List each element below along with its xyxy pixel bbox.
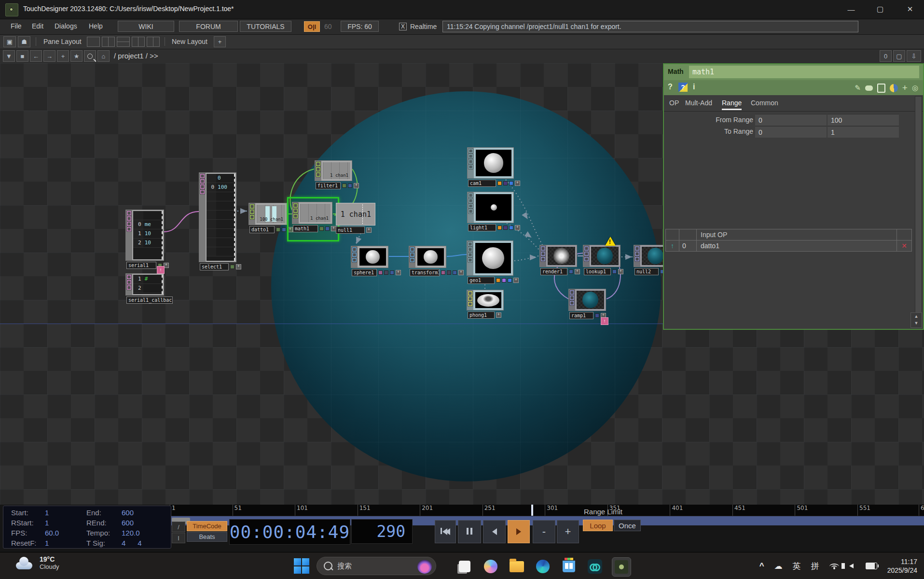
timeline-setting-value[interactable]: 600 xyxy=(122,518,134,528)
from-range-min-field[interactable]: 0 xyxy=(755,114,827,126)
bullseye-icon[interactable]: ◎ xyxy=(912,84,918,92)
bookmark-icon[interactable]: ▣ xyxy=(3,36,16,47)
timeline-setting-value[interactable]: 1 xyxy=(45,508,49,518)
edge-browser-button[interactable] xyxy=(534,557,552,576)
python-help-icon[interactable]: ? xyxy=(678,83,688,92)
to-range-min-field[interactable]: 0 xyxy=(755,126,827,138)
scroll-up-icon[interactable]: ▲ xyxy=(911,313,922,320)
node-flag[interactable] xyxy=(503,181,508,185)
forum-button[interactable]: FORUM xyxy=(179,21,238,32)
move-up-icon[interactable]: ↑ xyxy=(666,240,679,251)
wiki-button[interactable]: WIKI xyxy=(118,21,174,32)
wifi-icon[interactable] xyxy=(829,563,839,569)
node-filter1[interactable]: 1 chan1 xyxy=(315,160,352,181)
node-label-ramp1[interactable]: ramp1 xyxy=(569,312,593,319)
add-layout-button[interactable]: + xyxy=(214,36,226,47)
node-label-filter1[interactable]: filter1 xyxy=(316,182,341,189)
jump-to-start-button[interactable] xyxy=(435,520,456,543)
node-viewer-flag[interactable]: + xyxy=(366,227,372,233)
node-viewer-flag[interactable]: + xyxy=(354,183,359,188)
node-flag[interactable] xyxy=(441,270,445,275)
anchor-icon[interactable]: ☗ xyxy=(18,36,30,47)
node-flag[interactable] xyxy=(282,227,286,232)
delete-input-icon[interactable]: ✕ xyxy=(897,240,911,251)
info-icon[interactable]: i xyxy=(693,83,695,91)
maximize-button[interactable]: ▢ xyxy=(866,0,894,18)
ime-pinyin-indicator[interactable]: 拼 xyxy=(811,561,819,572)
node-select1[interactable]: 00100 xyxy=(199,172,236,262)
search-ops-button[interactable] xyxy=(84,50,96,62)
op-name-field[interactable]: math1 xyxy=(689,66,919,78)
node-flag[interactable] xyxy=(612,269,617,274)
node-flag[interactable] xyxy=(509,181,513,185)
node-viewer-flag[interactable]: + xyxy=(515,181,520,186)
timeline-setting-value[interactable]: 4 4 xyxy=(122,538,142,548)
node-geo1[interactable] xyxy=(467,240,513,276)
node-label-math1[interactable]: math1 xyxy=(293,225,318,232)
onedrive-icon[interactable]: ☁ xyxy=(774,561,783,571)
volume-icon[interactable] xyxy=(849,564,854,568)
add-parameter-icon[interactable]: + xyxy=(902,83,908,93)
battery-icon[interactable] xyxy=(866,563,877,569)
node-label-render1[interactable]: render1 xyxy=(540,268,567,275)
node-viewer-flag[interactable]: + xyxy=(618,269,623,274)
layout-grid-button[interactable] xyxy=(147,37,160,47)
pause-button[interactable] xyxy=(458,520,481,543)
timeline-setting-value[interactable]: 1 xyxy=(45,538,49,548)
node-light1[interactable] xyxy=(467,192,514,223)
node-viewer-flag[interactable]: + xyxy=(496,312,501,318)
node-flag[interactable] xyxy=(319,226,324,231)
layout-single-button[interactable] xyxy=(87,37,100,47)
step-forward-button[interactable]: + xyxy=(557,520,579,543)
home-button[interactable]: ⌂ xyxy=(97,50,110,62)
node-label-null2[interactable]: null2 xyxy=(634,268,659,275)
midi-oi-indicator[interactable]: O|I xyxy=(304,21,320,32)
node-flag[interactable] xyxy=(508,278,512,282)
menu-edit[interactable]: Edit xyxy=(32,22,43,30)
close-button[interactable]: ✕ xyxy=(896,0,924,18)
node-label-serial1[interactable]: serial1 xyxy=(126,262,156,269)
maximize-pane-button[interactable]: ▢ xyxy=(893,50,905,62)
timeline-setting-value[interactable]: 1 xyxy=(45,518,49,528)
node-flag[interactable] xyxy=(453,270,457,275)
node-label-serial1_callbacks[interactable]: serial1_callbacks xyxy=(126,297,173,304)
node-viewer-flag[interactable]: + xyxy=(513,278,519,283)
node-label-cam1[interactable]: cam1 xyxy=(468,180,496,187)
input-op-name[interactable]: datto1 xyxy=(697,240,897,251)
to-range-max-field[interactable]: 1 xyxy=(827,126,899,138)
play-forward-button[interactable] xyxy=(508,520,530,543)
node-flag[interactable] xyxy=(390,270,394,275)
timecode-mode-button[interactable]: TimeCode xyxy=(187,521,227,531)
copy-parameters-icon[interactable] xyxy=(877,84,885,93)
node-transform1[interactable] xyxy=(409,246,446,268)
loop-button[interactable]: Loop xyxy=(583,520,613,531)
slash-mode-button[interactable]: / xyxy=(172,522,185,532)
node-math1[interactable]: 1 chan1 xyxy=(292,202,332,224)
pane-menu-button[interactable]: ▼ xyxy=(3,50,15,62)
playhead[interactable] xyxy=(531,505,533,516)
tab-common[interactable]: Common xyxy=(751,99,778,107)
menu-file[interactable]: File xyxy=(11,22,22,30)
taskbar-search-box[interactable]: 搜索 xyxy=(317,557,436,575)
node-serial1_callbacks[interactable]: 1#2 xyxy=(125,273,164,296)
comment-icon[interactable] xyxy=(865,85,873,91)
once-button[interactable]: Once xyxy=(614,520,641,531)
add-op-button[interactable]: + xyxy=(57,50,69,62)
node-flag[interactable] xyxy=(503,226,508,230)
node-viewer-flag[interactable]: + xyxy=(236,264,241,269)
copilot-button[interactable] xyxy=(482,557,500,576)
python-mode-icon[interactable] xyxy=(890,84,898,92)
node-flag[interactable] xyxy=(342,184,346,188)
timeline-setting-value[interactable]: 600 xyxy=(122,508,134,518)
node-label-select1[interactable]: select1 xyxy=(200,263,229,270)
node-label-geo1[interactable]: geo1 xyxy=(468,277,495,284)
input-op-row[interactable]: ↑ 0 datto1 ✕ xyxy=(666,240,911,251)
tray-chevron-icon[interactable]: ^ xyxy=(759,561,764,571)
tab-op[interactable]: OP xyxy=(669,99,679,107)
minimize-button[interactable]: — xyxy=(837,0,865,18)
node-label-sphere1[interactable]: sphere1 xyxy=(352,269,377,276)
timeline-ruler[interactable]: 151101151201251301351401451501551600 xyxy=(170,505,924,516)
node-viewer-flag[interactable]: + xyxy=(396,270,401,275)
node-flag[interactable] xyxy=(497,226,502,230)
back-button[interactable]: ← xyxy=(30,50,42,62)
